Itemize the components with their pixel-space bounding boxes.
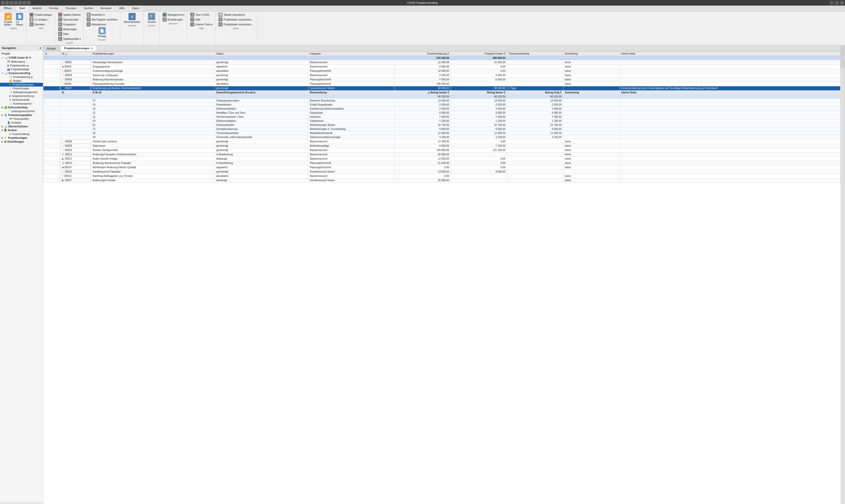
projektaenderungen-tab-close[interactable]: ✕ <box>91 47 93 50</box>
sidebar-item-auftragsmanagement[interactable]: 📝 Auftragsmanagement <box>0 90 43 94</box>
col-header-kategorie[interactable]: Kategorie <box>308 52 395 56</box>
content-tab-projektaenderungen[interactable]: Projektänderungen ✕ <box>60 46 97 51</box>
row-expand-cell[interactable] <box>44 139 60 144</box>
sub-table-row[interactable]: 72 Architekturplanung Mehrleistungen lt.… <box>44 127 841 131</box>
sidebar-item-kostenplanung[interactable]: 📋 Kostenplanung ▶ <box>0 75 43 79</box>
row-expand-cell[interactable] <box>44 77 60 82</box>
sidebar-item-projektaenderungen[interactable]: ✎ Projektänderungen <box>0 83 43 87</box>
col-header-projektaenderungen[interactable]: Projektänderungen <box>91 52 214 56</box>
gruppieren-button[interactable]: ⊞ Gruppieren <box>57 22 82 26</box>
row-expand-cell[interactable] <box>44 161 60 165</box>
sidebar-finanzierungsplaene-group[interactable]: ▶ 🏦 Finanzierungspläne <box>0 113 43 117</box>
table-row[interactable]: ?00006 Planungsänderung Fassade abzuklär… <box>44 82 841 86</box>
row-expand-cell[interactable] <box>44 82 60 86</box>
table-row[interactable]: ✓00010 Ausbau Dachgeschoß genehmigt Bauh… <box>44 148 841 152</box>
table-row[interactable]: ■00002 Eingangsportal abgelehnt Bauherrw… <box>44 65 841 69</box>
row-expand-cell[interactable] <box>44 157 60 161</box>
aktualisieren-button[interactable]: ↻ Aktualisieren <box>86 22 119 26</box>
sidebar-item-kostenkontrolle[interactable]: ✔ Kostenkontrolle <box>0 98 43 102</box>
table-row[interactable]: ▶00012 Audio-Visuelle Anlage beantragt B… <box>44 157 841 161</box>
table-row[interactable]: ⚙00011 Änderung Fassaden-Unterkonstrukti… <box>44 152 841 157</box>
sub-table-row[interactable]: 12 Metallbau (Türe und Tore) Glasportale… <box>44 111 841 115</box>
col-header-terminauswirkung[interactable]: Terminauswirkung <box>507 52 563 56</box>
projektdaten-importieren-button[interactable]: ⬇ Projektdaten importieren... <box>218 22 254 26</box>
sub-table-row[interactable]: 21 Schreinerarbeiten Türen Holztüren 7 3… <box>44 115 841 119</box>
projektdaten-exportieren-button[interactable]: ⬆ Projektdaten exportieren... <box>218 17 254 22</box>
col-header-menu[interactable]: ☰ <box>44 52 60 56</box>
close-button[interactable]: ✕ <box>840 1 844 5</box>
sidebar-project-root[interactable]: ▼ 📊 COOR Center M ⚙ <box>0 56 43 60</box>
sidebar-item-gegenverrechnung[interactable]: ⇄ Gegenverrechnung <box>0 94 43 98</box>
sub-table-row[interactable]: 19 Parkettboden Entfall Doppelboden -3 2… <box>44 103 841 107</box>
table-row[interactable]: ✓00005 Änderung Raumtemperatur genehmigt… <box>44 77 841 82</box>
table-row[interactable]: ?00016 Nachtrag Auftraggeber zus. Fenste… <box>44 174 841 178</box>
row-expand-cell[interactable] <box>44 73 60 77</box>
lv-oeffnen-button[interactable]: 📄 LVöffnen <box>15 13 24 26</box>
sidebar-item-kontakte[interactable]: 👤 Kontakte <box>0 121 43 125</box>
restore-button[interactable]: □ <box>835 1 839 5</box>
lv-anlegen-button[interactable]: 📋 LV anlegen... <box>29 17 53 22</box>
title-bar-controls[interactable]: ─ □ ✕ <box>830 1 844 5</box>
projekt-oeffnen-button[interactable]: 📁 Projektöffnen <box>2 13 14 26</box>
projektaenderungen-vertical-tab[interactable]: Projektänderung <box>841 68 845 504</box>
filter-button[interactable]: ▼ Filter <box>57 32 82 36</box>
row-expand-cell[interactable] <box>44 69 60 73</box>
tab-benutzer[interactable]: Benutzer <box>97 5 116 11</box>
col-header-freigabe[interactable]: Freigabe Kosten Σ <box>451 52 507 56</box>
suchen-button[interactable]: 🔍 Suchen <box>146 13 157 24</box>
table-row[interactable]: ▶00017 Änderungen Fenster beantragt Sond… <box>44 178 841 182</box>
table-row[interactable]: ✓00015 Sonderwunsch Parkplatz genehmigt … <box>44 169 841 174</box>
expand-arrow[interactable]: ▼ <box>45 87 47 90</box>
sub-table-row[interactable]: 43 Elektroinstallation Kabeltassen 1 200… <box>44 119 841 123</box>
tab-fenster[interactable]: Fenster <box>46 5 62 11</box>
table-row[interactable]: ■00014 Mehrkosten Änderung Fliesen Quali… <box>44 165 841 169</box>
tabelle-exportieren-button[interactable]: 📊 Tabelle exportieren <box>218 13 254 17</box>
sidebar-uebersichtslisten-group[interactable]: ▶ 📊 Übersichtslisten <box>0 125 43 128</box>
row-expand-cell[interactable] <box>44 178 60 182</box>
row-expand-cell[interactable]: ▼ <box>44 86 60 91</box>
externe-tools-button[interactable]: 🔧 Externe Tools ▾ <box>189 22 213 26</box>
row-expand-cell[interactable] <box>44 152 60 157</box>
sidebar-archive-group[interactable]: ▶ 🗄 Archive <box>0 128 43 132</box>
sidebar-item-projektbeteiligte[interactable]: 👥 Projektbeteiligte <box>0 68 43 71</box>
sidebar-item-festschreibung[interactable]: ✒ Festschreibung <box>0 132 43 136</box>
sidebar-item-meilensteine[interactable]: 🏁 Meilensteine <box>0 60 43 64</box>
tab-ansicht[interactable]: Ansicht <box>29 5 46 11</box>
einstellungen-button[interactable]: ⚙ Einstellungen <box>161 17 185 22</box>
sidebar-item-projektstruktur[interactable]: ⊞ Projektstruktur ▶ <box>0 64 43 68</box>
spalten-fixieren-button[interactable]: 📌 Spalten fixieren <box>57 13 82 17</box>
sidebar-item-budget[interactable]: 💰 Budget <box>0 79 43 83</box>
berichtswesen-button[interactable]: 🖨 Berichtswesen <box>122 13 142 24</box>
col-header-nr[interactable]: Nr △ <box>60 52 91 56</box>
col-header-anmerkung[interactable]: Anmerkung <box>563 52 619 56</box>
table-row[interactable]: ✓00004 Steuerung Lichtkuppel genehmigt B… <box>44 73 841 77</box>
col-header-interne-notiz[interactable]: interne Notiz <box>619 52 840 56</box>
sidebar-item-finanzquellen[interactable]: 💳 Finanzquellen <box>0 117 43 121</box>
table-row[interactable]: ?00003 Zusammenlegung Aufzüge abzuklären… <box>44 69 841 73</box>
table-row[interactable]: ⚙00013 Änderung Sonnenschutz Fassade In … <box>44 161 841 165</box>
sub-table-row[interactable]: 43 Elektroinstallation Erweiterung Elekt… <box>44 107 841 111</box>
table-row[interactable]: ✓00008 Parkett statt Linoleum genehmigt … <box>44 139 841 144</box>
sidebar-collapse-icon[interactable]: ◀ <box>39 47 41 49</box>
sub-table-row[interactable]: 47 Gebäudeautomation Baulicher Brandschu… <box>44 99 841 103</box>
sub-table-row[interactable]: 26 Trockenbauarbeiten Metallständerwände… <box>44 131 841 135</box>
sidebar-kostencontrolling-group[interactable]: ▼ 📊 Kostencontrolling <box>0 71 43 75</box>
tab-start[interactable]: Start <box>16 5 29 11</box>
row-expand-cell[interactable] <box>44 65 60 69</box>
spaltenprofile-button[interactable]: ⊟ Spaltenprofile ▾ <box>57 37 82 41</box>
row-expand-cell[interactable] <box>44 60 60 65</box>
col-header-status[interactable]: Status <box>214 52 308 56</box>
management-button[interactable]: 👥 Management ▾ <box>161 13 185 17</box>
sub-table-row[interactable]: 44 Fernmelde-,Informationstechnik Teleko… <box>44 135 841 139</box>
projektstruktur-arrow[interactable]: ▶ <box>28 65 29 67</box>
sidebar-tab-mycoor[interactable]: MyCOOR <box>0 503 43 504</box>
beenden-button[interactable]: ✕ Beenden <box>29 22 53 26</box>
row-expand-cell[interactable] <box>44 174 60 178</box>
sidebar-erloescontrolling-group[interactable]: ▶ 💹 Erlöscontrolling <box>0 106 43 109</box>
sidebar-einstellungen-group[interactable]: ▶ ⚙ Einstellungen <box>0 140 43 144</box>
alle-register-button[interactable]: ✕ Alle Register schließen <box>86 17 119 22</box>
tab-drucken[interactable]: Drucken <box>62 5 80 11</box>
projekt-anlegen-button[interactable]: ➕ Projekt anlegen <box>29 13 53 17</box>
summenzeile-button[interactable]: Σ Summenzeile <box>57 17 82 22</box>
project-gear-icon[interactable]: ⚙ <box>29 56 31 59</box>
